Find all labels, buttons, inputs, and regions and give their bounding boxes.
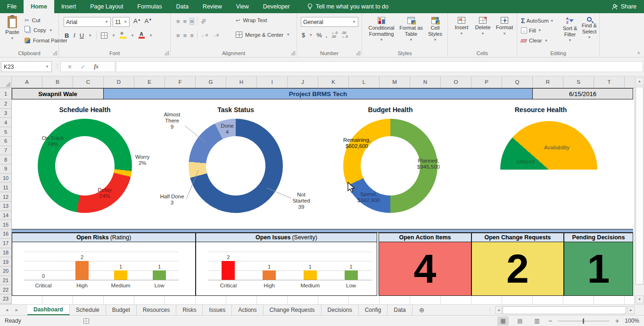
row-header[interactable]: 8 [0, 155, 11, 164]
task-status-chart[interactable]: Task Status Not Started 39 Half Done 3 A… [158, 101, 321, 223]
open-change-requests-header[interactable]: Open Change Requests [471, 233, 564, 242]
sheet-tab-dashboard[interactable]: Dashboard [27, 305, 70, 315]
align-center-icon[interactable]: ≡ [183, 33, 187, 39]
column-header[interactable]: H [226, 76, 257, 88]
row-header[interactable]: 6 [0, 137, 11, 146]
author-cell[interactable]: Swapnil Wale [12, 88, 104, 99]
budget-health-chart[interactable]: Budget Health Planned, $945,500 Spend, $… [321, 101, 476, 223]
font-color-icon[interactable] [139, 33, 145, 39]
sheet-tab-data[interactable]: Data [388, 305, 412, 315]
underline-button[interactable]: U [80, 32, 84, 39]
sheet-tab-schedule[interactable]: Schedule [70, 305, 106, 315]
scroll-right-icon[interactable]: ► [627, 306, 635, 314]
column-header[interactable]: C [73, 76, 104, 88]
row-header[interactable]: 9 [0, 164, 11, 174]
row-header[interactable]: 20 [0, 267, 11, 276]
row-header[interactable]: 17 [0, 239, 11, 248]
schedule-health-chart[interactable]: Schedule Health On Track 74% Worry 2% De… [14, 101, 170, 223]
name-box-dropdown-icon[interactable]: ▼ [45, 65, 49, 69]
delete-cells-button[interactable]: Delete▼ [472, 17, 493, 36]
borders-icon[interactable] [101, 33, 107, 39]
normal-view-icon[interactable]: ▦ [497, 317, 509, 326]
sheet-tab-change-requests[interactable]: Change Requests [264, 305, 322, 315]
column-header[interactable]: E [134, 76, 165, 88]
column-header[interactable]: Q [502, 76, 533, 88]
zoom-level-label[interactable]: 100% [625, 318, 639, 324]
font-name-combo[interactable]: Arial▼ [64, 17, 111, 27]
insert-cells-button[interactable]: Insert▼ [452, 17, 471, 36]
tab-review[interactable]: Review [196, 0, 229, 13]
formula-input[interactable] [116, 61, 643, 72]
row-header[interactable]: 22 [0, 285, 11, 294]
format-cells-button[interactable]: Format▼ [494, 17, 515, 36]
row-header[interactable]: 2 [0, 99, 11, 109]
row-header[interactable]: 14 [0, 211, 11, 220]
increase-decimal-button[interactable]: ←.0 .00 [331, 31, 338, 39]
row-header[interactable]: 5 [0, 127, 11, 137]
tab-data[interactable]: Data [169, 0, 195, 13]
align-right-icon[interactable]: ≡ [190, 33, 194, 39]
row-header[interactable]: 19 [0, 257, 11, 267]
align-bottom-icon[interactable]: ≡ [190, 18, 194, 24]
share-button[interactable]: Share [612, 0, 644, 13]
name-box[interactable]: K23 ▼ [1, 61, 52, 72]
column-header[interactable]: G [196, 76, 226, 88]
scroll-up-icon[interactable]: ▲ [636, 77, 644, 85]
fill-button[interactable]: ↓ Fill▼ [521, 27, 542, 33]
column-header[interactable]: T [594, 76, 625, 88]
scroll-down-icon[interactable]: ▼ [636, 295, 644, 303]
font-dialog-launcher[interactable] [165, 51, 169, 55]
sheet-tab-actions[interactable]: Actions [232, 305, 263, 315]
open-action-items-header[interactable]: Open Action Items [379, 233, 471, 242]
alignment-dialog-launcher[interactable] [291, 51, 295, 55]
sheet-tab-resources[interactable]: Resources [137, 305, 176, 315]
align-left-icon[interactable]: ≡ [176, 33, 180, 39]
open-issues-chart[interactable]: 2 1 1 1 [196, 242, 377, 296]
tab-developer[interactable]: Developer [256, 0, 297, 13]
cell-styles-button[interactable]: Cell Styles▼ [425, 17, 445, 42]
collapse-ribbon-icon[interactable]: ∧ [637, 50, 640, 55]
sheet-tab-budget[interactable]: Budget [106, 305, 137, 315]
page-layout-view-icon[interactable]: ▤ [514, 317, 526, 326]
column-header[interactable]: L [349, 76, 380, 88]
sheet-tab-issues[interactable]: Issues [203, 305, 232, 315]
row-header[interactable]: 12 [0, 192, 11, 202]
column-header[interactable]: R [533, 76, 563, 88]
tab-page-layout[interactable]: Page Layout [83, 0, 130, 13]
wrap-text-button[interactable]: ↩ Wrap Text [236, 17, 267, 23]
comma-button[interactable]: , [326, 32, 328, 39]
open-issues-header[interactable]: Open Issues (Severity) [196, 233, 377, 242]
currency-button[interactable]: $ [302, 32, 305, 39]
zoom-in-icon[interactable]: + [615, 317, 619, 325]
zoom-slider[interactable] [558, 321, 610, 321]
column-header[interactable]: B [42, 76, 73, 88]
align-middle-icon[interactable]: ≡ [183, 18, 187, 24]
vertical-scrollbar[interactable]: ▲ ▼ [634, 76, 644, 304]
row-header[interactable]: 23 [0, 294, 11, 304]
clear-button[interactable]: Clear▼ [521, 38, 548, 43]
orientation-icon[interactable]: ab [200, 18, 207, 25]
merge-center-button[interactable]: ↔ Merge & Center▼ [236, 32, 290, 38]
clipboard-dialog-launcher[interactable] [53, 51, 57, 55]
align-top-icon[interactable]: ≡ [176, 18, 180, 24]
select-all-corner[interactable] [0, 76, 12, 88]
formula-bar-splitter[interactable]: ⋮ [55, 63, 60, 69]
row-header[interactable]: 21 [0, 276, 11, 285]
decrease-indent-icon[interactable]: ←≡ [201, 33, 208, 38]
increase-indent-icon[interactable]: →≡ [212, 33, 219, 38]
row-header[interactable]: 13 [0, 202, 11, 211]
column-header[interactable]: I [257, 76, 288, 88]
column-header[interactable]: J [288, 76, 318, 88]
cancel-icon[interactable]: ✕ [67, 64, 72, 70]
row-header[interactable]: 4 [0, 118, 11, 127]
tell-me-box[interactable]: Tell me what you want to do [307, 0, 388, 13]
open-risks-header[interactable]: Open Risks (Rating) [12, 233, 196, 242]
open-change-requests-kpi[interactable]: 2 [471, 242, 564, 296]
resource-health-chart[interactable]: Resource Health Utilized Availability [481, 101, 633, 223]
macro-record-icon[interactable] [83, 318, 89, 324]
open-risks-chart[interactable]: 0 2 1 1 [12, 242, 196, 296]
sheet-tab-risks[interactable]: Risks [176, 305, 203, 315]
tabbar-splitter[interactable]: ⋮ [487, 307, 493, 313]
font-size-combo[interactable]: 11▼ [113, 17, 130, 27]
column-header[interactable]: O [441, 76, 471, 88]
